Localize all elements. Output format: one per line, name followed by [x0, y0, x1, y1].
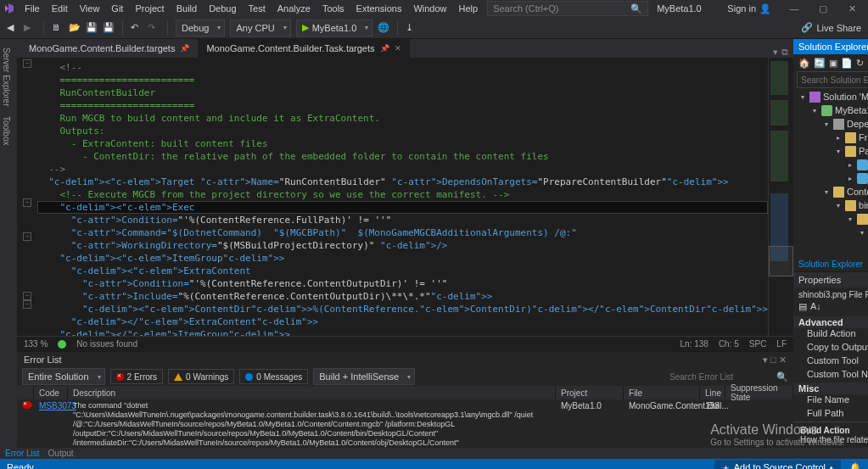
split-icon[interactable]: ⧉	[781, 47, 788, 58]
file-icon	[845, 132, 856, 143]
error-icon	[116, 373, 124, 381]
menu-view[interactable]: View	[74, 2, 106, 15]
start-debug-button[interactable]: ▶ MyBeta1.0	[296, 20, 373, 36]
nav-fwd-icon[interactable]: ▶	[24, 22, 36, 34]
nav-back-icon[interactable]: ◀	[7, 22, 19, 34]
output-tab[interactable]: Output	[48, 449, 74, 458]
solution-search-input[interactable]: 🔍	[797, 71, 868, 88]
char-indicator[interactable]: Ch: 5	[719, 339, 739, 349]
error-list-title: Error List	[24, 355, 62, 365]
refresh-icon[interactable]: ↻	[856, 58, 864, 69]
line-indicator[interactable]: Ln: 138	[680, 339, 708, 349]
undo-icon[interactable]: ↶	[131, 22, 143, 34]
tree-node[interactable]: ▾Content	[793, 185, 868, 198]
global-search-input[interactable]: Search (Ctrl+Q) 🔍	[487, 1, 648, 16]
property-row[interactable]: Build ActionNone	[793, 328, 868, 342]
menu-debug[interactable]: Debug	[203, 2, 242, 15]
vs-logo-icon	[3, 3, 15, 14]
property-row[interactable]: Custom Tool Namespace	[793, 369, 868, 382]
error-code-link[interactable]: MSB3073	[34, 401, 68, 448]
step-icon[interactable]: ⤓	[406, 22, 417, 34]
doc-tab-2[interactable]: MonoGame.Content.Builder.Task.targets 📌 …	[198, 39, 409, 58]
eol-indicator[interactable]: LF	[776, 339, 787, 349]
pin-icon[interactable]: 📌	[180, 44, 189, 53]
tree-node[interactable]: ▸MonoGame.Content.Builder.Task (3.8.0.16…	[793, 158, 868, 171]
config-dropdown[interactable]: Debug	[176, 20, 225, 36]
errors-filter-button[interactable]: 2 Errors	[110, 369, 164, 384]
menu-edit[interactable]: Edit	[46, 2, 74, 15]
solution-explorer-tab[interactable]: Solution Explorer	[798, 260, 863, 269]
tree-node[interactable]: backDrop.xnb	[793, 239, 868, 253]
props-category-misc[interactable]: Misc	[793, 382, 868, 394]
solution-root[interactable]: ▾ Solution 'MyBeta1.0' (1 of 1 project)	[793, 90, 868, 103]
home-icon[interactable]: 🏠	[798, 58, 810, 69]
zoom-level[interactable]: 133 %	[24, 339, 48, 349]
collapse-icon[interactable]: ▣	[829, 58, 837, 69]
menu-tools[interactable]: Tools	[316, 2, 350, 15]
menu-help[interactable]: Help	[453, 2, 484, 15]
error-scope-dropdown[interactable]: Entire Solution	[22, 368, 105, 385]
properties-context: shinobi3.png File Properties	[798, 290, 868, 299]
sync-icon[interactable]: 🔄	[814, 58, 826, 69]
live-share-button[interactable]: 🔗 Live Share	[801, 22, 861, 33]
show-all-icon[interactable]: 📄	[841, 58, 853, 69]
property-row[interactable]: Full PathC:\Users\MidasWellTuneIn\source…	[793, 408, 868, 422]
tree-node[interactable]: ▸MonoGame.Framework.DesktopGL (3.8.0.164…	[793, 171, 868, 185]
tab-overflow-icon[interactable]: ▾	[773, 47, 778, 58]
minimap[interactable]	[768, 58, 793, 336]
solution-tree[interactable]: ▾ Solution 'MyBeta1.0' (1 of 1 project) …	[793, 88, 868, 256]
menu-file[interactable]: File	[19, 2, 46, 15]
open-icon[interactable]: 📂	[69, 22, 81, 34]
alpha-icon[interactable]: A↓	[810, 301, 821, 316]
menu-test[interactable]: Test	[243, 2, 272, 15]
warnings-filter-button[interactable]: 0 Warnings	[168, 369, 234, 384]
error-search-input[interactable]	[669, 372, 771, 382]
property-row[interactable]: Custom Tool	[793, 355, 868, 369]
props-category-advanced[interactable]: Advanced	[793, 316, 868, 328]
menu-project[interactable]: Project	[129, 2, 170, 15]
browser-icon[interactable]: 🌐	[378, 22, 389, 34]
maximize-button[interactable]: ▢	[810, 3, 836, 14]
menu-window[interactable]: Window	[407, 2, 452, 15]
notifications-icon[interactable]: 🔔	[849, 462, 861, 470]
code-editor[interactable]: <!-- ======================== RunContent…	[37, 58, 768, 336]
save-all-icon[interactable]: 💾	[103, 22, 115, 34]
menu-extensions[interactable]: Extensions	[350, 2, 408, 15]
tree-node[interactable]: ▾MyBeta1.0	[793, 103, 868, 117]
menu-git[interactable]: Git	[105, 2, 129, 15]
platform-dropdown[interactable]: Any CPU	[230, 20, 290, 36]
redo-icon[interactable]: ↷	[148, 22, 160, 34]
code-gutter: − − − − −	[17, 58, 37, 336]
doc-tab-1[interactable]: MonoGame.Content.Builder.targets 📌	[20, 39, 198, 58]
signin-button[interactable]: Sign in 👤	[720, 3, 778, 14]
tree-node[interactable]: ▾Dependencies	[793, 117, 868, 131]
messages-filter-button[interactable]: 0 Messages	[239, 369, 308, 384]
close-button[interactable]: ✕	[839, 3, 865, 14]
categorize-icon[interactable]: ▤	[798, 301, 807, 316]
error-row[interactable]: MSB3073 The command "dotnet "C:\Users\Mi…	[17, 399, 793, 448]
tree-node[interactable]: ▾bin	[793, 198, 868, 212]
menu-analyze[interactable]: Analyze	[272, 2, 316, 15]
add-source-control-button[interactable]: ＋ Add to Source Control ▴	[714, 460, 841, 470]
property-row[interactable]: Copy to Output DirectoryDo not copy	[793, 342, 868, 355]
indent-indicator[interactable]: SPC	[749, 339, 767, 349]
left-tool-tabs[interactable]: Server Explorer Toolbox	[0, 39, 17, 448]
tree-node[interactable]: ▾Content	[793, 226, 868, 239]
save-icon[interactable]: 💾	[86, 22, 98, 34]
tree-node[interactable]: ▸Frameworks	[793, 131, 868, 144]
server-explorer-tab[interactable]: Server Explorer	[0, 44, 17, 109]
tree-node[interactable]: ▾Packages	[793, 144, 868, 158]
close-tab-icon[interactable]: ✕	[395, 44, 401, 53]
search-icon: 🔍	[776, 371, 788, 382]
property-row[interactable]: File Nameshinobi3.png	[793, 394, 868, 408]
menu-build[interactable]: Build	[171, 2, 203, 15]
minimize-button[interactable]: —	[781, 3, 807, 14]
file-icon	[857, 214, 868, 225]
build-filter-dropdown[interactable]: Build + IntelliSense	[313, 368, 415, 385]
new-icon[interactable]: 🗎	[52, 22, 64, 34]
toolbox-tab[interactable]: Toolbox	[0, 113, 17, 148]
error-list-tab[interactable]: Error List	[5, 449, 40, 458]
tree-node[interactable]: ▾DesktopGL	[793, 212, 868, 226]
solution-explorer-title: Solution Explorer	[798, 42, 868, 52]
pin-icon[interactable]: 📌	[380, 44, 389, 53]
